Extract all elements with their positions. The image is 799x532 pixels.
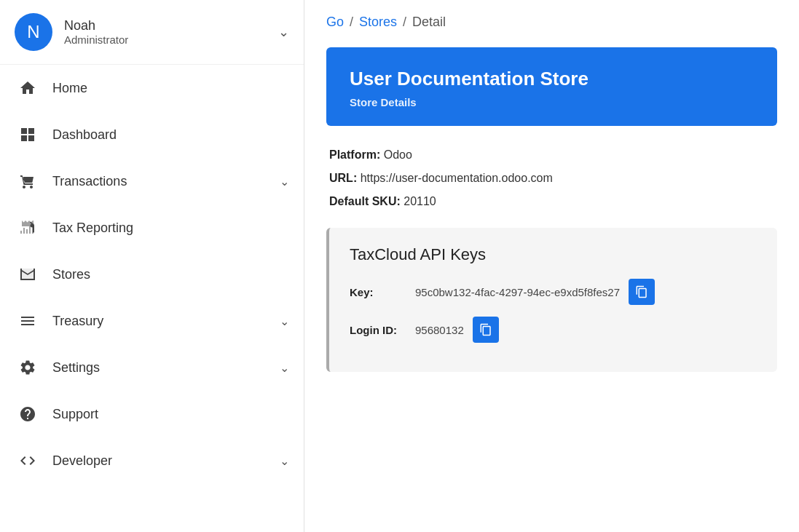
- url-value: https://user-documentation.odoo.com: [361, 172, 553, 184]
- api-keys-title: TaxCloud API Keys: [350, 245, 757, 264]
- breadcrumb-current: Detail: [412, 15, 446, 30]
- copy-login-button[interactable]: [473, 317, 499, 343]
- store-title: User Documentation Store: [350, 68, 754, 90]
- sidebar-item-transactions-label: Transactions: [52, 174, 280, 189]
- user-header[interactable]: N Noah Administrator ⌄: [0, 0, 304, 65]
- breadcrumb-sep-2: /: [403, 15, 406, 30]
- sidebar-item-stores[interactable]: Stores: [0, 251, 304, 298]
- sku-label: Default SKU:: [329, 195, 401, 207]
- login-id-row: Login ID: 95680132: [350, 317, 757, 343]
- url-label: URL:: [329, 172, 357, 184]
- login-id-value: 95680132: [415, 324, 464, 336]
- settings-chevron-icon: ⌄: [280, 361, 289, 375]
- breadcrumb-go-link[interactable]: Go: [326, 15, 344, 30]
- sidebar-item-developer-label: Developer: [52, 453, 280, 469]
- sidebar-item-support[interactable]: Support: [0, 391, 304, 437]
- sidebar-item-settings[interactable]: Settings ⌄: [0, 344, 304, 391]
- sidebar-item-transactions[interactable]: Transactions ⌄: [0, 158, 304, 205]
- user-role: Administrator: [64, 33, 128, 46]
- sidebar-item-treasury[interactable]: Treasury ⌄: [0, 298, 304, 344]
- sidebar-item-support-label: Support: [52, 407, 289, 422]
- user-info: Noah Administrator: [64, 18, 128, 46]
- treasury-icon: [15, 312, 41, 330]
- main-content: Go / Stores / Detail User Documentation …: [304, 0, 799, 532]
- developer-chevron-icon: ⌄: [280, 454, 289, 468]
- sidebar-item-home[interactable]: Home: [0, 65, 304, 111]
- user-name: Noah: [64, 18, 128, 33]
- sidebar-item-home-label: Home: [52, 81, 289, 96]
- support-icon: [15, 405, 41, 423]
- breadcrumb: Go / Stores / Detail: [326, 15, 777, 30]
- copy-key-button[interactable]: [629, 279, 655, 305]
- breadcrumb-sep-1: /: [350, 15, 353, 30]
- api-key-value: 95c0bw132-4fac-4297-94ec-e9xd5f8fes27: [415, 286, 620, 298]
- url-row: URL: https://user-documentation.odoo.com: [329, 170, 774, 187]
- user-chevron-icon: ⌄: [278, 24, 289, 40]
- svg-point-0: [31, 225, 33, 226]
- store-header-card: User Documentation Store Store Details: [326, 47, 777, 126]
- tax-icon: [15, 219, 41, 237]
- treasury-chevron-icon: ⌄: [280, 314, 289, 328]
- api-keys-card: TaxCloud API Keys Key: 95c0bw132-4fac-42…: [326, 228, 777, 372]
- sidebar: N Noah Administrator ⌄ Home Dashboard Tr…: [0, 0, 304, 532]
- sku-value: 20110: [404, 195, 436, 207]
- api-key-label: Key:: [350, 286, 415, 298]
- sidebar-item-tax-reporting-label: Tax Reporting: [52, 221, 289, 236]
- platform-value: Odoo: [384, 148, 412, 161]
- avatar: N: [15, 13, 52, 51]
- sidebar-item-stores-label: Stores: [52, 267, 289, 282]
- sidebar-item-developer[interactable]: Developer ⌄: [0, 437, 304, 484]
- store-details: Platform: Odoo URL: https://user-documen…: [326, 146, 777, 210]
- breadcrumb-stores-link[interactable]: Stores: [359, 15, 397, 30]
- sidebar-item-settings-label: Settings: [52, 360, 280, 376]
- developer-icon: [15, 452, 41, 469]
- transactions-chevron-icon: ⌄: [280, 175, 289, 188]
- sku-row: Default SKU: 20110: [329, 193, 774, 210]
- login-id-label: Login ID:: [350, 324, 415, 336]
- settings-icon: [15, 359, 41, 376]
- store-subtitle: Store Details: [350, 96, 754, 108]
- sidebar-item-tax-reporting[interactable]: Tax Reporting: [0, 205, 304, 251]
- store-icon: [15, 266, 41, 283]
- sidebar-item-treasury-label: Treasury: [52, 314, 280, 329]
- sidebar-item-dashboard-label: Dashboard: [52, 127, 289, 143]
- platform-row: Platform: Odoo: [329, 146, 774, 164]
- sidebar-item-dashboard[interactable]: Dashboard: [0, 111, 304, 158]
- platform-label: Platform:: [329, 148, 380, 161]
- dashboard-icon: [15, 126, 41, 143]
- cart-icon: [15, 172, 41, 190]
- home-icon: [15, 79, 41, 97]
- api-key-row: Key: 95c0bw132-4fac-4297-94ec-e9xd5f8fes…: [350, 279, 757, 305]
